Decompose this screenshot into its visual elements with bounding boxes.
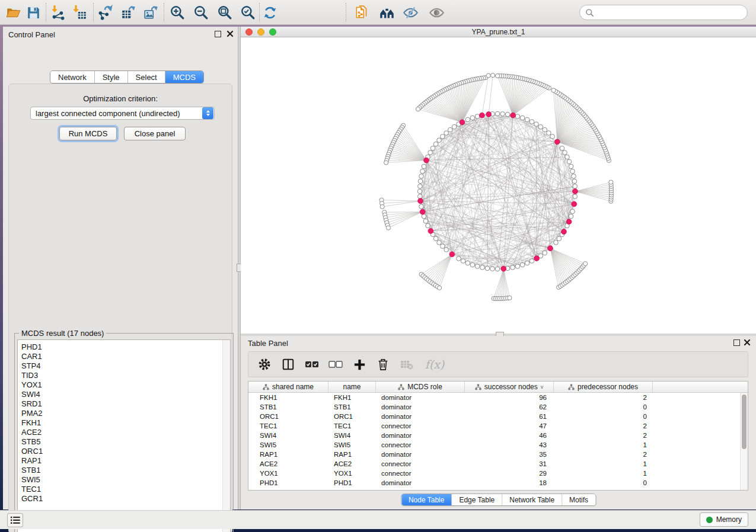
- import-table-icon[interactable]: [71, 4, 88, 21]
- table-cell: 1: [554, 469, 653, 478]
- table-row[interactable]: STB1STB1dominator620: [248, 402, 740, 412]
- table-cell: TEC1: [328, 421, 376, 431]
- table-row[interactable]: ACE2ACE2connector311: [248, 459, 740, 469]
- list-icon: [11, 516, 20, 524]
- export-network-icon[interactable]: [97, 4, 113, 21]
- column-header-filler: [653, 382, 748, 392]
- mcds-result-item[interactable]: PMA2: [21, 409, 230, 418]
- table-scrollbar[interactable]: [740, 393, 748, 490]
- mcds-result-item[interactable]: STP4: [21, 361, 230, 371]
- table-cell: FKH1: [328, 393, 376, 402]
- mcds-result-item[interactable]: CAR1: [21, 352, 230, 361]
- network-canvas[interactable]: [241, 37, 756, 334]
- column-header-shared-name[interactable]: shared name: [248, 382, 328, 392]
- table-row[interactable]: YOX1YOX1connector291: [248, 469, 740, 478]
- deselect-all-icon[interactable]: [328, 357, 343, 372]
- column-header-name[interactable]: name: [328, 382, 376, 392]
- toolbar-separator: [259, 3, 260, 22]
- tab-mcds[interactable]: MCDS: [165, 71, 203, 83]
- float-panel-icon[interactable]: [733, 339, 740, 346]
- delete-column-icon[interactable]: [375, 357, 391, 372]
- tab-node-table[interactable]: Node Table: [401, 494, 452, 505]
- show-columns-icon[interactable]: [280, 357, 296, 372]
- task-history-button[interactable]: [7, 513, 23, 527]
- table-settings-gear-icon[interactable]: [257, 357, 272, 372]
- mcds-result-list[interactable]: PHD1CAR1STP4TID3YOX1SWI4SRD1PMA2FKH1ACE2…: [17, 339, 231, 532]
- select-stepper-icon: [202, 107, 213, 119]
- attribute-icon: [568, 384, 575, 390]
- mcds-result-item[interactable]: PHD1: [21, 342, 230, 352]
- tab-edge-table[interactable]: Edge Table: [452, 494, 502, 505]
- open-file-icon[interactable]: [5, 4, 21, 21]
- table-cell: SWI5: [248, 440, 328, 450]
- optimization-criterion-select[interactable]: largest connected component (undirected): [30, 107, 215, 120]
- table-cell: 35: [465, 450, 554, 459]
- table-panel-tabs: Node Table Edge Table Network Table Moti…: [401, 493, 596, 506]
- tab-style[interactable]: Style: [95, 71, 128, 83]
- export-table-icon[interactable]: [120, 4, 137, 21]
- table-row[interactable]: SWI5SWI5connector431: [248, 440, 740, 450]
- run-mcds-button[interactable]: Run MCDS: [59, 127, 117, 140]
- hide-graphics-details-icon[interactable]: [402, 4, 419, 21]
- mcds-result-item[interactable]: STB5: [21, 437, 230, 447]
- table-row[interactable]: PHD1PHD1dominator180: [248, 478, 740, 488]
- mcds-result-item[interactable]: SRD1: [21, 399, 230, 409]
- select-all-icon[interactable]: [304, 357, 320, 372]
- memory-button[interactable]: Memory: [700, 512, 748, 527]
- refresh-layout-icon[interactable]: [261, 4, 278, 21]
- search-field[interactable]: [579, 5, 748, 20]
- toolbar-separator: [93, 3, 94, 22]
- table-cell: 96: [465, 393, 554, 402]
- zoom-out-icon[interactable]: [193, 4, 209, 21]
- mcds-result-item[interactable]: YOX1: [21, 380, 230, 390]
- tab-network-table[interactable]: Network Table: [502, 494, 562, 505]
- mcds-result-item[interactable]: RAP1: [21, 456, 230, 466]
- control-panel: Control Panel Network Style Select MCDS …: [3, 27, 238, 509]
- tab-select[interactable]: Select: [128, 71, 165, 83]
- scrollbar-thumb[interactable]: [742, 395, 747, 449]
- table-row[interactable]: FKH1FKH1dominator962: [248, 393, 740, 402]
- mcds-result-item[interactable]: ACE2: [21, 428, 230, 437]
- network-window-titlebar[interactable]: YPA_prune.txt_1: [241, 27, 756, 37]
- search-network-icon[interactable]: [378, 4, 395, 21]
- search-input[interactable]: [594, 8, 747, 17]
- network-from-document-icon[interactable]: [353, 4, 370, 21]
- column-header-successor-nodes[interactable]: successor nodes v: [465, 382, 554, 392]
- zoom-fit-icon[interactable]: [216, 4, 233, 21]
- export-image-icon[interactable]: [143, 4, 160, 21]
- table-row[interactable]: SWI4SWI4dominator462: [248, 431, 740, 440]
- table-row[interactable]: RAP1RAP1dominator352: [248, 450, 740, 459]
- mcds-result-item[interactable]: SWI4: [21, 390, 230, 399]
- mcds-list-scrollbar[interactable]: [222, 340, 230, 532]
- table-cell: 1: [554, 440, 653, 450]
- column-header-predecessor-nodes[interactable]: predecessor nodes: [554, 382, 653, 392]
- close-panel-icon[interactable]: [744, 339, 751, 346]
- zoom-in-icon[interactable]: [169, 4, 186, 21]
- mcds-result-item[interactable]: TEC1: [21, 485, 230, 494]
- close-panel-icon[interactable]: [227, 30, 234, 37]
- mcds-result-item[interactable]: ORC1: [21, 447, 230, 456]
- close-panel-button[interactable]: Close panel: [124, 127, 186, 140]
- add-column-icon[interactable]: [352, 357, 367, 372]
- import-network-icon[interactable]: [50, 4, 66, 21]
- mcds-result-item[interactable]: TID3: [21, 371, 230, 380]
- table-cell: SWI4: [248, 431, 328, 440]
- mcds-result-item[interactable]: STB1: [21, 466, 230, 475]
- table-cell: 18: [465, 478, 554, 488]
- table-row[interactable]: ORC1ORC1dominator610: [248, 412, 740, 421]
- table-row[interactable]: TEC1TEC1connector472: [248, 421, 740, 431]
- mcds-result-item[interactable]: GCR1: [21, 494, 230, 504]
- show-graphics-details-icon[interactable]: [428, 4, 445, 21]
- toolbar-separator: [346, 3, 346, 22]
- mcds-result-item[interactable]: FKH1: [21, 418, 230, 428]
- toolbar-separator: [164, 3, 164, 22]
- tab-motifs[interactable]: Motifs: [562, 494, 595, 505]
- column-header-mcds-role[interactable]: MCDS role: [376, 382, 465, 392]
- table-toolbar: f(x): [248, 351, 748, 377]
- tab-network[interactable]: Network: [50, 71, 95, 83]
- mcds-result-item[interactable]: SWI5: [21, 475, 230, 485]
- zoom-selected-icon[interactable]: [240, 4, 256, 21]
- float-panel-icon[interactable]: [215, 31, 221, 37]
- table-header-row: shared name name MCDS role successor nod…: [248, 382, 748, 393]
- save-session-icon[interactable]: [25, 4, 42, 21]
